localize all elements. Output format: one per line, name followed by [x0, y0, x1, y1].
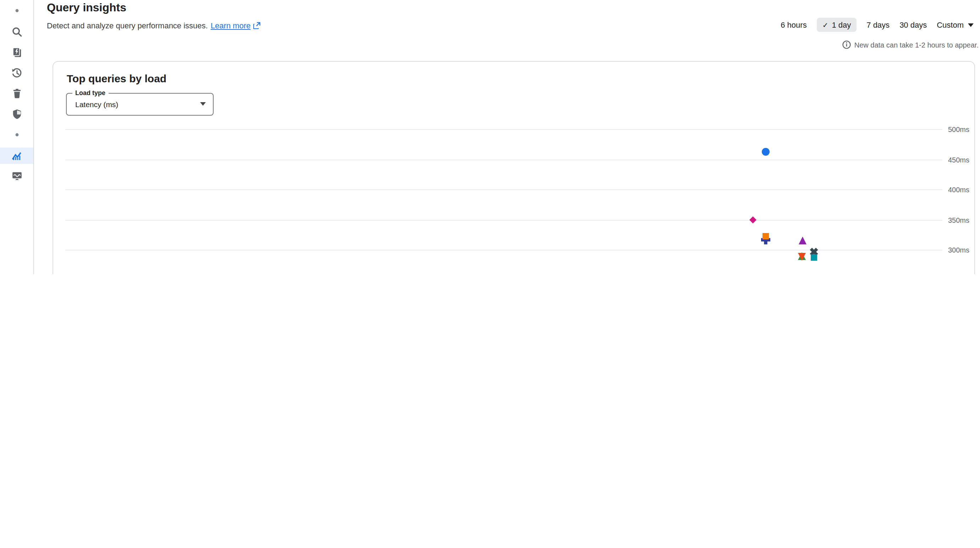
chart-point-diamond[interactable] [749, 216, 757, 224]
chart-point-circle[interactable] [761, 148, 769, 156]
external-link-icon [253, 22, 261, 29]
learn-more-link[interactable]: Learn more [211, 21, 251, 30]
sidebar-item-history[interactable] [0, 65, 33, 82]
chart-point-square[interactable] [810, 254, 817, 261]
dot-icon [14, 8, 19, 13]
y-axis-tick-label: 300ms [948, 246, 978, 254]
time-range-1-day[interactable]: ✓1 day [817, 18, 857, 32]
sidebar-item-trash[interactable] [0, 85, 33, 102]
check-icon: ✓ [822, 21, 829, 29]
info-icon [842, 40, 851, 49]
time-range-group: 6 hours✓1 day7 days30 daysCustom [781, 18, 974, 32]
data-freshness-note: New data can take 1-2 hours to appear. [842, 40, 978, 49]
sidebar-item-security[interactable] [0, 106, 33, 123]
query-insights-page: Query insights Detect and analyze query … [0, 0, 980, 274]
sidebar-item-system-insights[interactable] [0, 167, 33, 184]
sidebar-item-search[interactable] [0, 24, 33, 40]
search-icon [11, 26, 22, 38]
chart-point-triangle-down[interactable] [797, 253, 806, 261]
sidebar-item-dot-mid[interactable] [0, 126, 33, 143]
sidebar-item-query-insights[interactable] [0, 148, 33, 164]
gridline [65, 189, 942, 190]
y-axis-tick-label: 450ms [948, 156, 978, 164]
shield-icon [11, 108, 22, 120]
chart-card: Top queries by load Load type Latency (m… [52, 61, 975, 274]
time-range-6-hours[interactable]: 6 hours [781, 21, 807, 29]
chart-point-triangle-up[interactable] [798, 237, 807, 245]
y-axis-tick-label: 350ms [948, 216, 978, 224]
sidebar-item-query-pages[interactable] [0, 44, 33, 61]
chevron-down-icon [968, 23, 974, 27]
gridline [65, 219, 942, 220]
sidebar [0, 0, 34, 274]
sidebar-item-dot-top[interactable] [0, 2, 33, 19]
gridline [65, 129, 942, 130]
time-range-custom[interactable]: Custom [937, 21, 974, 29]
load-type-select[interactable]: Load type Latency (ms) [66, 93, 213, 116]
chart-plot: 500ms450ms400ms350ms300ms250ms200ms150ms… [65, 124, 942, 274]
history-icon [11, 67, 22, 79]
chart-point-square[interactable] [762, 233, 769, 240]
page-subtitle: Detect and analyze query performance iss… [47, 21, 261, 30]
load-type-value: Latency (ms) [75, 100, 118, 108]
y-axis-tick-label: 400ms [948, 186, 978, 194]
load-type-label: Load type [72, 89, 108, 97]
dot-icon [14, 133, 19, 137]
chart-title: Top queries by load [67, 72, 166, 84]
monitor-wave-icon [11, 170, 22, 182]
time-range-30-days[interactable]: 30 days [899, 21, 927, 29]
time-range-7-days[interactable]: 7 days [867, 21, 889, 29]
pages-flash-icon [11, 47, 22, 58]
custom-label: Custom [937, 21, 964, 29]
page-title: Query insights [47, 2, 126, 14]
trash-icon [11, 88, 22, 99]
query-insights-icon [11, 150, 22, 161]
chevron-down-icon [200, 102, 206, 106]
gridline [65, 159, 942, 160]
y-axis-tick-label: 500ms [948, 125, 978, 133]
time-range-label: 1 day [832, 21, 851, 29]
